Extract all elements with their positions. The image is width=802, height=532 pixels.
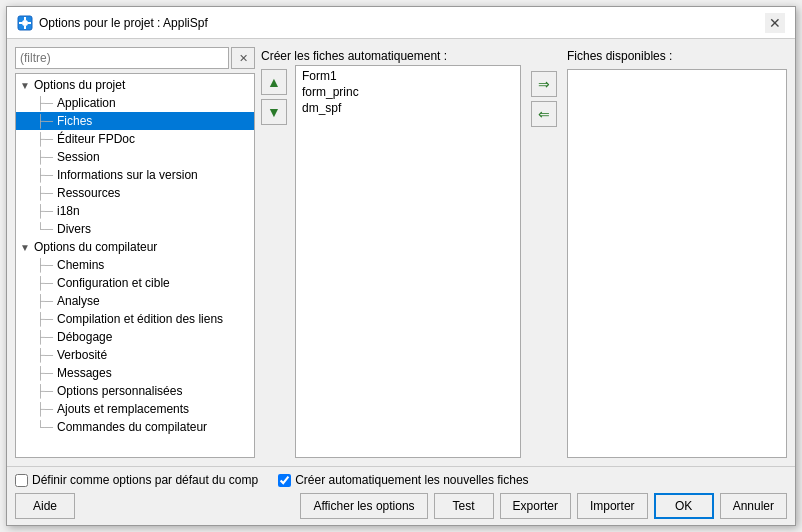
checkbox2[interactable] — [278, 474, 291, 487]
afficher-button[interactable]: Afficher les options — [300, 493, 427, 519]
tree-item-label-verbosite: Verbosité — [57, 348, 107, 362]
move-right-button[interactable]: ⇒ — [531, 71, 557, 97]
tree-item-ajouts[interactable]: ├─ Ajouts et remplacements — [16, 400, 254, 418]
up-down-buttons: ▲ ▼ — [261, 65, 287, 458]
dialog: Options pour le projet : AppliSpf ✕ ✕ ▼ … — [6, 6, 796, 526]
exporter-button[interactable]: Exporter — [500, 493, 571, 519]
connector: ├─ — [36, 402, 53, 416]
tree-item-label-fiches: Fiches — [57, 114, 92, 128]
checkbox1[interactable] — [15, 474, 28, 487]
tree-item-label-infos: Informations sur la version — [57, 168, 198, 182]
dialog-title: Options pour le projet : AppliSpf — [39, 16, 208, 30]
auto-create-list: Form1 form_princ dm_spf — [295, 65, 521, 458]
filter-clear-button[interactable]: ✕ — [231, 47, 255, 69]
available-section: Fiches disponibles : — [567, 47, 787, 458]
tree-item-i18n[interactable]: ├─ i18n — [16, 202, 254, 220]
connector: ├─ — [36, 330, 53, 344]
move-left-button[interactable]: ⇐ — [531, 101, 557, 127]
connector: ├─ — [36, 114, 53, 128]
filter-input[interactable] — [15, 47, 229, 69]
tree-item-config[interactable]: ├─ Configuration et cible — [16, 274, 254, 292]
svg-rect-3 — [24, 26, 26, 29]
tree-item-options-perso[interactable]: ├─ Options personnalisées — [16, 382, 254, 400]
close-button[interactable]: ✕ — [765, 13, 785, 33]
move-down-button[interactable]: ▼ — [261, 99, 287, 125]
connector: ├─ — [36, 258, 53, 272]
expand-icon-1: ▼ — [20, 80, 30, 91]
expand-icon-2: ▼ — [20, 242, 30, 253]
tree-item-label-messages: Messages — [57, 366, 112, 380]
tree-item-label-compilation: Compilation et édition des liens — [57, 312, 223, 326]
tree-item-label-session: Session — [57, 150, 100, 164]
move-up-button[interactable]: ▲ — [261, 69, 287, 95]
tree-item-label-options-perso: Options personnalisées — [57, 384, 182, 398]
tree-item-label-chemins: Chemins — [57, 258, 104, 272]
connector: ├─ — [36, 294, 53, 308]
tree-item-application[interactable]: ├─ Application — [16, 94, 254, 112]
tree-group-compiler[interactable]: ▼ Options du compilateur — [16, 238, 254, 256]
checkbox1-label[interactable]: Définir comme options par défaut du comp — [15, 473, 258, 487]
left-panel: ✕ ▼ Options du projet ├─ Application ├─ … — [15, 47, 255, 458]
filter-clear-icon: ✕ — [239, 52, 248, 65]
tree-item-label-config: Configuration et cible — [57, 276, 170, 290]
tree-item-analyse[interactable]: ├─ Analyse — [16, 292, 254, 310]
list-item-form1[interactable]: Form1 — [298, 68, 518, 84]
list-item-dm-spf[interactable]: dm_spf — [298, 100, 518, 116]
ok-button[interactable]: OK — [654, 493, 714, 519]
svg-point-1 — [22, 20, 28, 26]
tree-item-editeur[interactable]: ├─ Éditeur FPDoc — [16, 130, 254, 148]
left-buttons: Aide — [15, 493, 75, 519]
tree-item-label-divers: Divers — [57, 222, 91, 236]
checkbox2-text: Créer automatiquement les nouvelles fich… — [295, 473, 528, 487]
tree-item-label-commandes: Commandes du compilateur — [57, 420, 207, 434]
test-button[interactable]: Test — [434, 493, 494, 519]
available-header: Fiches disponibles : — [567, 47, 787, 65]
importer-button[interactable]: Importer — [577, 493, 648, 519]
tree-item-infos[interactable]: ├─ Informations sur la version — [16, 166, 254, 184]
tree-item-label-editeur: Éditeur FPDoc — [57, 132, 135, 146]
connector: └─ — [36, 420, 53, 434]
connector: ├─ — [36, 366, 53, 380]
auto-create-header: Créer les fiches automatiquement : — [261, 47, 521, 65]
connector: ├─ — [36, 168, 53, 182]
tree-group-compiler-label: Options du compilateur — [34, 240, 157, 254]
dialog-icon — [17, 15, 33, 31]
svg-rect-4 — [19, 22, 22, 24]
up-arrow-icon: ▲ — [267, 74, 281, 90]
tree-group-project-label: Options du projet — [34, 78, 125, 92]
tree-item-ressources[interactable]: ├─ Ressources — [16, 184, 254, 202]
right-buttons: Afficher les options Test Exporter Impor… — [300, 493, 787, 519]
available-list — [567, 69, 787, 458]
list-item-form-princ[interactable]: form_princ — [298, 84, 518, 100]
checkbox2-label[interactable]: Créer automatiquement les nouvelles fich… — [278, 473, 528, 487]
tree-item-label-i18n: i18n — [57, 204, 80, 218]
tree-item-label-debogage: Débogage — [57, 330, 112, 344]
right-arrow-icon: ⇒ — [538, 76, 550, 92]
tree-item-label-ajouts: Ajouts et remplacements — [57, 402, 189, 416]
filter-row: ✕ — [15, 47, 255, 69]
title-bar-left: Options pour le projet : AppliSpf — [17, 15, 208, 31]
checkboxes-row: Définir comme options par défaut du comp… — [15, 473, 787, 487]
checkbox1-text: Définir comme options par défaut du comp — [32, 473, 258, 487]
tree-group-project[interactable]: ▼ Options du projet — [16, 76, 254, 94]
aide-button[interactable]: Aide — [15, 493, 75, 519]
tree-item-commandes[interactable]: └─ Commandes du compilateur — [16, 418, 254, 436]
connector: ├─ — [36, 384, 53, 398]
tree-item-label-ressources: Ressources — [57, 186, 120, 200]
tree-item-chemins[interactable]: ├─ Chemins — [16, 256, 254, 274]
tree-item-label-application: Application — [57, 96, 116, 110]
tree-item-debogage[interactable]: ├─ Débogage — [16, 328, 254, 346]
tree-item-compilation[interactable]: ├─ Compilation et édition des liens — [16, 310, 254, 328]
tree-item-divers[interactable]: └─ Divers — [16, 220, 254, 238]
annuler-button[interactable]: Annuler — [720, 493, 787, 519]
tree-item-session[interactable]: ├─ Session — [16, 148, 254, 166]
connector: ├─ — [36, 312, 53, 326]
tree-item-verbosite[interactable]: ├─ Verbosité — [16, 346, 254, 364]
tree-item-fiches[interactable]: ├─ Fiches — [16, 112, 254, 130]
svg-rect-5 — [28, 22, 31, 24]
tree-item-messages[interactable]: ├─ Messages — [16, 364, 254, 382]
connector: ├─ — [36, 204, 53, 218]
connector: ├─ — [36, 132, 53, 146]
down-arrow-icon: ▼ — [267, 104, 281, 120]
tree-panel: ▼ Options du projet ├─ Application ├─ Fi… — [15, 73, 255, 458]
